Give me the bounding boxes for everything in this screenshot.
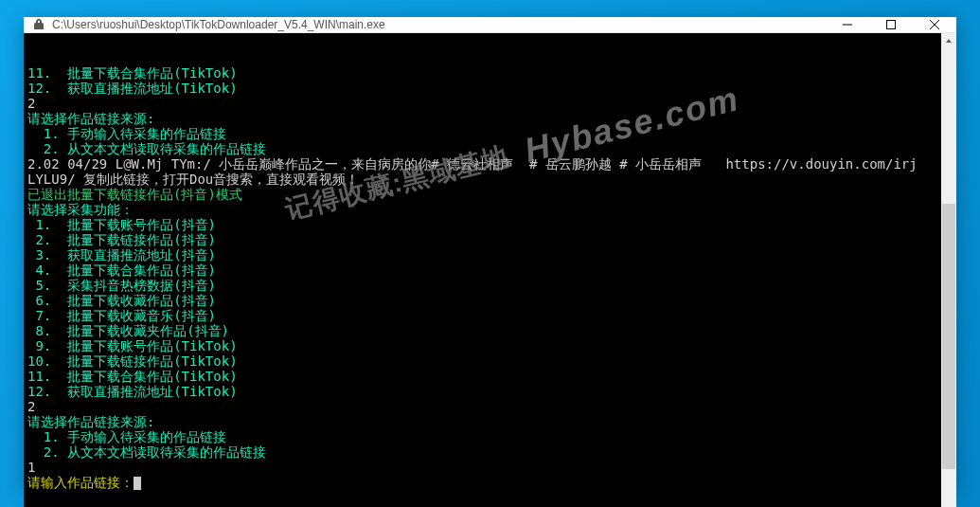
terminal-line: 已退出批量下载链接作品(抖音)模式 bbox=[27, 187, 937, 202]
terminal-text: 10. 批量下载链接作品(TikTok) bbox=[27, 353, 238, 369]
titlebar[interactable]: C:\Users\ruoshui\Desktop\TikTokDownloade… bbox=[24, 17, 956, 33]
terminal-line: 3. 获取直播推流地址(抖音) bbox=[27, 247, 937, 263]
terminal-text: 12. 获取直播推流地址(TikTok) bbox=[27, 384, 238, 399]
cursor bbox=[134, 477, 141, 490]
terminal-text: 2. 批量下载链接作品(抖音) bbox=[27, 232, 216, 247]
scroll-thumb[interactable] bbox=[942, 204, 955, 469]
window-title: C:\Users\ruoshui\Desktop\TikTokDownloade… bbox=[52, 18, 826, 31]
terminal-line: 7. 批量下载收藏音乐(抖音) bbox=[27, 308, 937, 323]
maximize-button[interactable] bbox=[869, 17, 913, 32]
terminal-text: 1 bbox=[27, 460, 35, 475]
terminal-text: 2. 从文本文档读取待采集的作品链接 bbox=[27, 141, 266, 156]
terminal-line: 请选择作品链接来源: bbox=[27, 414, 937, 429]
terminal-line: 11. 批量下载合集作品(TikTok) bbox=[27, 65, 937, 81]
terminal-line: 4. 批量下载合集作品(抖音) bbox=[27, 263, 937, 278]
terminal-line: 2. 批量下载链接作品(抖音) bbox=[27, 232, 937, 247]
terminal-text: LYLU9/ 复制此链接，打开Dou音搜索，直接观看视频！ bbox=[27, 172, 359, 187]
terminal-text: 8. 批量下载收藏夹作品(抖音) bbox=[27, 323, 229, 338]
console-window: C:\Users\ruoshui\Desktop\TikTokDownloade… bbox=[24, 17, 956, 490]
svg-rect-1 bbox=[887, 21, 896, 29]
terminal-line: 2.02 04/29 L@W.Mj TYm:/ 小岳岳巅峰作品之一，来自病房的你… bbox=[27, 156, 937, 172]
terminal-line: 请选择采集功能： bbox=[27, 202, 937, 217]
terminal-text: 1. 手动输入待采集的作品链接 bbox=[27, 126, 226, 141]
terminal-text: 已退出批量下载链接作品(抖音)模式 bbox=[27, 187, 242, 202]
terminal-line: 5. 采集抖音热榜数据(抖音) bbox=[27, 278, 937, 293]
terminal-text: 12. 获取直播推流地址(TikTok) bbox=[27, 81, 238, 96]
terminal-line: 1 bbox=[27, 460, 937, 475]
terminal-line: 2. 从文本文档读取待采集的作品链接 bbox=[27, 141, 937, 156]
terminal-line: 2 bbox=[27, 96, 937, 111]
terminal-text: 1. 批量下载账号作品(抖音) bbox=[27, 217, 216, 232]
terminal-line: 请选择作品链接来源: bbox=[27, 111, 937, 126]
terminal-text: 9. 批量下载账号作品(TikTok) bbox=[27, 338, 238, 353]
terminal-line: 请输入作品链接： bbox=[27, 475, 937, 490]
minimize-button[interactable] bbox=[826, 17, 869, 32]
terminal-line: 1. 手动输入待采集的作品链接 bbox=[27, 429, 937, 444]
terminal-text: 请选择作品链接来源: bbox=[27, 414, 154, 429]
terminal-text: 请输入作品链接： bbox=[27, 475, 134, 490]
terminal-text: 11. 批量下载合集作品(TikTok) bbox=[27, 369, 238, 384]
close-button[interactable] bbox=[913, 17, 956, 32]
terminal-line: 2. 从文本文档读取待采集的作品链接 bbox=[27, 444, 937, 460]
terminal-text: 请选择作品链接来源: bbox=[27, 111, 154, 126]
terminal-output[interactable]: 11. 批量下载合集作品(TikTok)12. 获取直播推流地址(TikTok)… bbox=[24, 33, 941, 507]
terminal-text: 5. 采集抖音热榜数据(抖音) bbox=[27, 278, 216, 293]
terminal-area: 11. 批量下载合集作品(TikTok)12. 获取直播推流地址(TikTok)… bbox=[24, 33, 956, 507]
terminal-text: 1. 手动输入待采集的作品链接 bbox=[27, 429, 226, 444]
terminal-text: 2 bbox=[27, 96, 35, 111]
terminal-line: 2 bbox=[27, 399, 937, 414]
terminal-line: 1. 批量下载账号作品(抖音) bbox=[27, 217, 937, 232]
terminal-line: 1. 手动输入待采集的作品链接 bbox=[27, 126, 937, 141]
scroll-up-button[interactable] bbox=[941, 33, 956, 48]
terminal-text: 7. 批量下载收藏音乐(抖音) bbox=[27, 308, 216, 323]
app-icon bbox=[31, 17, 46, 32]
terminal-text: 3. 获取直播推流地址(抖音) bbox=[27, 247, 216, 263]
terminal-line: 8. 批量下载收藏夹作品(抖音) bbox=[27, 323, 937, 338]
terminal-line: 10. 批量下载链接作品(TikTok) bbox=[27, 353, 937, 369]
terminal-text: 6. 批量下载收藏作品(抖音) bbox=[27, 293, 216, 308]
terminal-text: 2 bbox=[27, 399, 35, 414]
vertical-scrollbar[interactable] bbox=[941, 33, 956, 507]
terminal-line: 11. 批量下载合集作品(TikTok) bbox=[27, 369, 937, 384]
terminal-text: 4. 批量下载合集作品(抖音) bbox=[27, 263, 216, 278]
terminal-line: 9. 批量下载账号作品(TikTok) bbox=[27, 338, 937, 353]
window-controls bbox=[826, 17, 956, 32]
terminal-line: 12. 获取直播推流地址(TikTok) bbox=[27, 384, 937, 399]
terminal-line: LYLU9/ 复制此链接，打开Dou音搜索，直接观看视频！ bbox=[27, 172, 937, 187]
terminal-text: 2.02 04/29 L@W.Mj TYm:/ 小岳岳巅峰作品之一，来自病房的你… bbox=[27, 156, 918, 172]
terminal-line: 12. 获取直播推流地址(TikTok) bbox=[27, 81, 937, 96]
terminal-text: 请选择采集功能： bbox=[27, 202, 134, 217]
terminal-line: 6. 批量下载收藏作品(抖音) bbox=[27, 293, 937, 308]
terminal-text: 11. 批量下载合集作品(TikTok) bbox=[27, 65, 238, 81]
terminal-text: 2. 从文本文档读取待采集的作品链接 bbox=[27, 444, 266, 460]
